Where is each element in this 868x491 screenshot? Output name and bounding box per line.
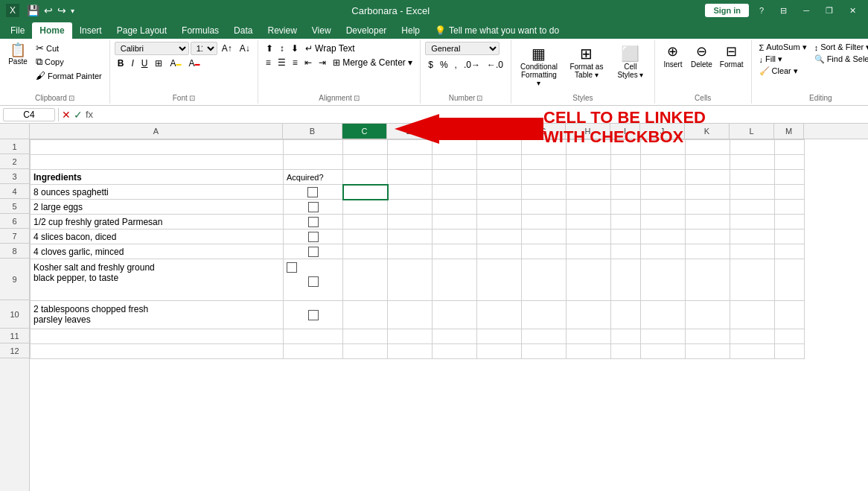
cell-c5[interactable] [343,200,388,215]
checkbox-b8[interactable] [308,247,319,257]
tab-tell-me[interactable]: 💡Tell me what you want to do [427,22,567,39]
align-bottom-btn[interactable]: ⬇ [288,42,301,55]
cell-k6[interactable] [686,215,730,229]
cell-j10[interactable] [641,301,686,329]
cell-m5[interactable] [775,200,805,215]
cell-k7[interactable] [686,229,730,244]
decrease-indent-btn[interactable]: ⇤ [301,56,315,69]
cell-c11[interactable] [343,329,388,344]
formula-confirm-icon[interactable]: ✓ [74,109,83,121]
cell-l5[interactable] [730,200,775,215]
align-right-btn[interactable]: ≡ [290,56,301,69]
checkbox-b9b[interactable] [308,276,319,287]
cell-f9[interactable] [477,259,522,301]
cell-a1[interactable] [31,140,284,155]
cell-l3[interactable] [730,170,775,185]
cell-a10[interactable]: 2 tablespoons chopped fresh parsley leav… [31,301,284,329]
decrease-decimal-btn[interactable]: .0→ [461,58,483,72]
cell-e6[interactable] [433,215,477,229]
cell-d2[interactable] [388,155,433,170]
redo-btn[interactable]: ↪ [56,4,68,16]
row-header-9[interactable]: 9 [0,259,29,300]
maximize-btn[interactable]: ❐ [820,4,839,17]
formula-input[interactable] [96,110,865,120]
checkbox-b9a[interactable] [287,262,297,273]
cell-g1[interactable] [522,140,567,155]
alignment-expand-icon[interactable]: ⊡ [354,94,360,102]
cell-h1[interactable] [567,140,611,155]
cell-d1[interactable] [388,140,433,155]
cell-e7[interactable] [433,229,477,244]
increase-indent-btn[interactable]: ⇥ [316,56,329,69]
cell-j6[interactable] [641,215,686,229]
row-header-7[interactable]: 7 [0,229,29,244]
minimize-btn[interactable]: ─ [797,4,815,16]
cell-i4[interactable] [611,185,641,200]
cell-l12[interactable] [730,344,775,359]
cell-f3[interactable] [477,170,522,185]
cell-d6[interactable] [388,215,433,229]
align-middle-btn[interactable]: ↕ [277,42,287,55]
cell-a3[interactable]: Ingredients [31,170,284,185]
row-header-5[interactable]: 5 [0,199,29,214]
row-header-3[interactable]: 3 [0,169,29,184]
cell-b11[interactable] [284,329,343,344]
cell-j7[interactable] [641,229,686,244]
tab-page-layout[interactable]: Page Layout [109,22,174,39]
signin-button[interactable]: Sign in [705,4,749,17]
merge-center-btn[interactable]: ⊞ Merge & Center ▾ [330,56,415,69]
cell-g6[interactable] [522,215,567,229]
cell-g10[interactable] [522,301,567,329]
cell-g8[interactable] [522,244,567,259]
cell-e8[interactable] [433,244,477,259]
cell-a11[interactable] [31,329,284,344]
cell-b10[interactable] [284,301,343,329]
cell-i2[interactable] [611,155,641,170]
delete-btn[interactable]: ⊖ Delete [688,42,715,70]
cell-b2[interactable] [284,155,343,170]
cell-h6[interactable] [567,215,611,229]
cell-g3[interactable] [522,170,567,185]
cell-h12[interactable] [567,344,611,359]
cell-h4[interactable] [567,185,611,200]
cell-h10[interactable] [567,301,611,329]
cell-g12[interactable] [522,344,567,359]
comma-btn[interactable]: , [452,58,460,72]
cell-h11[interactable] [567,329,611,344]
cell-f1[interactable] [477,140,522,155]
cell-styles-btn[interactable]: ⬜ Cell Styles ▾ [611,42,650,82]
cell-h8[interactable] [567,244,611,259]
cell-k11[interactable] [686,329,730,344]
col-header-h[interactable]: H [566,124,610,139]
cell-k8[interactable] [686,244,730,259]
font-color-btn[interactable]: A▬ [185,57,202,70]
underline-btn[interactable]: U [138,57,151,70]
cell-e4[interactable] [433,185,477,200]
cut-button[interactable]: ✂ Cut [33,42,105,54]
sort-filter-btn[interactable]: ↕ Sort & Filter ▾ [811,42,868,53]
cell-i1[interactable] [611,140,641,155]
cell-d9[interactable] [388,259,433,301]
tab-file[interactable]: File [3,22,32,39]
tab-help[interactable]: Help [394,22,427,39]
cell-m3[interactable] [775,170,805,185]
save-quick-btn[interactable]: 💾 [25,4,41,16]
row-header-2[interactable]: 2 [0,154,29,169]
cell-m11[interactable] [775,329,805,344]
row-header-6[interactable]: 6 [0,214,29,229]
name-box[interactable]: C4 [3,108,55,121]
number-expand-icon[interactable]: ⊡ [476,94,482,102]
percent-btn[interactable]: % [437,58,451,72]
cell-m4[interactable] [775,185,805,200]
copy-button[interactable]: ⧉ Copy [33,55,105,69]
cell-j5[interactable] [641,200,686,215]
clipboard-expand-icon[interactable]: ⊡ [68,94,74,102]
cell-b3[interactable]: Acquired? [284,170,343,185]
cell-m9[interactable] [775,259,805,301]
align-left-btn[interactable]: ≡ [263,56,274,69]
customize-qa-btn[interactable]: ▾ [69,7,76,15]
cell-l6[interactable] [730,215,775,229]
cell-i8[interactable] [611,244,641,259]
ribbon-display-btn[interactable]: ⊟ [774,4,793,17]
cell-c12[interactable] [343,344,388,359]
